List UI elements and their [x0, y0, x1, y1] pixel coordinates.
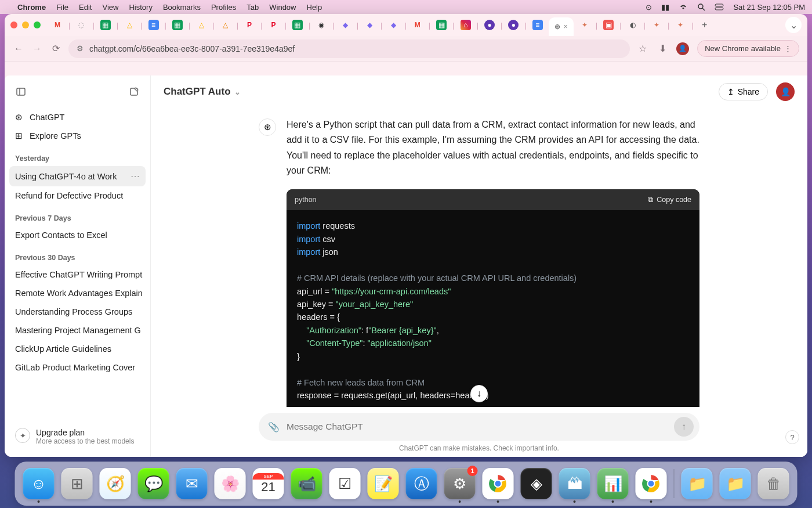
downloads-icon[interactable]: ⬇ [657, 43, 668, 54]
dock-messages[interactable]: 💬 [138, 468, 169, 499]
dock-photos[interactable]: 🌸 [215, 468, 246, 499]
screen-record-icon[interactable]: ⊙ [646, 3, 652, 12]
message-input[interactable] [287, 421, 667, 432]
new-tab-button[interactable]: + [699, 20, 710, 30]
dock-launchpad[interactable]: ⊞ [61, 468, 93, 499]
dock-unity[interactable]: ◈ [521, 468, 552, 499]
menu-app[interactable]: Chrome [17, 3, 46, 12]
tab-gmail[interactable]: M [52, 20, 63, 30]
tab-drive2[interactable]: △ [196, 20, 206, 30]
convo-30days-4[interactable]: ClickUp Article Guidelines [9, 340, 146, 358]
tab-docs1[interactable]: ≡ [148, 20, 159, 30]
collapse-sidebar-icon[interactable] [13, 84, 29, 100]
tab-sheets1[interactable]: ▦ [100, 20, 111, 30]
dock-facetime[interactable]: 📹 [291, 468, 322, 499]
chrome-update-button[interactable]: New Chrome available ⋮ [697, 40, 799, 57]
tab-sheets3[interactable]: ▦ [292, 20, 303, 30]
reload-button[interactable]: ⟳ [50, 43, 61, 54]
dock-calendar[interactable]: SEP21 [253, 468, 284, 499]
dock-chrome[interactable] [483, 468, 514, 499]
tab-instagram[interactable]: ⌂ [461, 20, 471, 30]
tab-github[interactable]: ◉ [316, 20, 327, 30]
menu-file[interactable]: File [56, 3, 68, 12]
tab-gmail2[interactable]: M [412, 20, 423, 30]
dock-numbers[interactable]: 📊 [597, 468, 629, 499]
dock-finder[interactable]: ☺ [23, 468, 55, 499]
tab-drive3[interactable]: △ [220, 20, 231, 30]
dock-folder2[interactable]: 📁 [720, 468, 751, 499]
copy-code-button[interactable]: ⧉ Copy code [648, 194, 691, 206]
address-bar[interactable]: ⚙ chatgpt.com/c/66ea6bea-ee3c-8007-a391-… [68, 39, 630, 58]
convo-30days-5[interactable]: GitLab Product Marketing Cover [9, 358, 146, 377]
tab-app1[interactable]: ● [484, 20, 495, 30]
tab-clickup1[interactable]: ◆ [340, 20, 351, 30]
dock-notes[interactable]: 📝 [368, 468, 399, 499]
tab-docs2[interactable]: ≡ [532, 20, 543, 30]
site-settings-icon[interactable]: ⚙ [77, 44, 84, 53]
maximize-window[interactable] [34, 21, 41, 28]
dock-folder1[interactable]: 📁 [682, 468, 713, 499]
dock-reminders[interactable]: ☑ [329, 468, 361, 499]
tab-app2[interactable]: ● [508, 20, 519, 30]
tab-sheets4[interactable]: ▦ [436, 20, 447, 30]
tabs-dropdown[interactable]: ⌄ [785, 17, 802, 33]
tab-pinterest2[interactable]: P [269, 20, 279, 30]
menu-help[interactable]: Help [307, 3, 322, 12]
send-button[interactable]: ↑ [674, 417, 694, 437]
bookmark-icon[interactable]: ☆ [637, 43, 648, 54]
spotlight-icon[interactable] [697, 3, 705, 11]
dock-safari[interactable]: 🧭 [100, 468, 131, 499]
tab-close-icon[interactable]: × [564, 23, 568, 31]
convo-30days-0[interactable]: Effective ChatGPT Writing Prompt [9, 265, 146, 284]
tab-drive1[interactable]: △ [124, 20, 135, 30]
convo-yesterday-1[interactable]: Refund for Defective Product [9, 186, 146, 205]
convo-yesterday-0[interactable]: Using ChatGPT-4o at Work ⋯ [9, 166, 146, 186]
convo-7days-0[interactable]: Export Contacts to Excel [9, 226, 146, 244]
dock-mail[interactable]: ✉ [176, 468, 208, 499]
help-button[interactable]: ? [785, 430, 799, 444]
tab-claude3[interactable]: ✦ [675, 20, 686, 30]
minimize-window[interactable] [22, 21, 29, 28]
menu-history[interactable]: History [129, 3, 152, 12]
tab-claude1[interactable]: ✦ [579, 20, 590, 30]
convo-options-icon[interactable]: ⋯ [130, 171, 140, 182]
tab-claude2[interactable]: ✦ [651, 20, 662, 30]
menu-view[interactable]: View [102, 3, 118, 12]
upgrade-plan[interactable]: ✦ Upgrade plan More access to the best m… [9, 422, 146, 451]
scroll-to-bottom-button[interactable]: ↓ [470, 385, 488, 402]
user-avatar[interactable]: 👤 [776, 82, 795, 101]
close-window[interactable] [10, 21, 17, 28]
menu-window[interactable]: Window [269, 3, 296, 12]
profile-avatar[interactable]: 👤 [676, 42, 689, 55]
dock-appstore[interactable]: Ⓐ [406, 468, 437, 499]
dock-chrome-beta[interactable] [636, 468, 667, 499]
tab-chrome[interactable]: ◐ [628, 20, 638, 30]
control-center-icon[interactable] [715, 3, 724, 10]
convo-30days-3[interactable]: Mastering Project Management G [9, 321, 146, 340]
dock-preview[interactable]: 🏔 [559, 468, 590, 499]
tab-sheets2[interactable]: ▦ [172, 20, 183, 30]
model-selector[interactable]: ChatGPT Auto ⌄ [164, 86, 241, 98]
convo-30days-2[interactable]: Understanding Process Groups [9, 302, 146, 321]
dock-settings[interactable]: ⚙1 [444, 468, 476, 499]
convo-30days-1[interactable]: Remote Work Advantages Explain [9, 284, 146, 302]
share-button[interactable]: ↥ Share [719, 83, 768, 100]
sidebar-chatgpt[interactable]: ⊛ ChatGPT [9, 108, 146, 127]
tab-red1[interactable]: ▣ [603, 20, 614, 30]
new-chat-icon[interactable] [126, 84, 142, 100]
dock-trash[interactable]: 🗑 [758, 468, 789, 499]
battery-icon[interactable]: ▮▮ [661, 3, 669, 12]
tab-pinterest1[interactable]: P [244, 20, 255, 30]
attachment-icon[interactable]: 📎 [268, 421, 280, 433]
menu-tab[interactable]: Tab [246, 3, 259, 12]
back-button[interactable]: ← [13, 44, 24, 54]
tab-clickup3[interactable]: ◆ [388, 20, 398, 30]
forward-button[interactable]: → [31, 44, 43, 54]
tab-active-chatgpt[interactable]: ⊛ × [549, 17, 574, 36]
sidebar-explore-gpts[interactable]: ⊞ Explore GPTs [9, 127, 146, 145]
tab-generic1[interactable]: ◌ [76, 20, 86, 30]
tab-clickup2[interactable]: ◆ [364, 20, 375, 30]
wifi-icon[interactable] [679, 3, 688, 10]
menu-edit[interactable]: Edit [79, 3, 92, 12]
menu-bookmarks[interactable]: Bookmarks [163, 3, 201, 12]
